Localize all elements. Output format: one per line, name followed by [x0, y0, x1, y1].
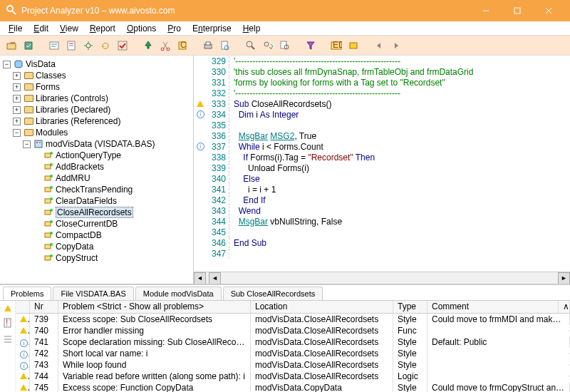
tool-cut-icon[interactable]	[158, 38, 172, 53]
tree-classes[interactable]: + Classes	[1, 70, 192, 81]
code-line[interactable]: 330 'this sub closes all frmDynaSnap, fr…	[194, 66, 570, 77]
problems-tab[interactable]: Module modVisData	[135, 287, 222, 300]
problem-row[interactable]: 740 Error handler missing modVisData.Clo…	[16, 325, 570, 336]
tool-gold-icon[interactable]	[346, 38, 361, 53]
maximize-button[interactable]	[502, 0, 533, 21]
tool-preview-icon[interactable]	[218, 38, 232, 53]
menu-edit[interactable]: Edit	[28, 22, 54, 35]
tree-expander-icon[interactable]: +	[13, 118, 21, 125]
col-scroll-up[interactable]: ∧	[559, 301, 570, 313]
code-line[interactable]: 343 Wend	[194, 205, 570, 216]
code-line[interactable]: 335	[194, 120, 570, 130]
problems-grid[interactable]: Nr Problem <Strict - Show all problems> …	[16, 301, 570, 392]
menu-pro[interactable]: Pro	[162, 22, 187, 35]
tool-tree-icon[interactable]	[141, 38, 155, 53]
tree-root[interactable]: − VisData	[1, 58, 192, 70]
problem-row[interactable]: i 741 Scope declaration missing: Sub Clo…	[16, 336, 570, 348]
tool-analyze-icon[interactable]	[21, 38, 36, 53]
tool-check-icon[interactable]	[115, 38, 130, 53]
tree-expander-icon[interactable]: +	[13, 72, 21, 80]
tree-lib-controls[interactable]: + Libraries (Controls)	[1, 93, 192, 104]
tree-expander-icon[interactable]: −	[3, 61, 11, 68]
tree-proc-CopyStruct[interactable]: CopyStruct	[1, 252, 192, 264]
tool-filter-icon[interactable]	[304, 38, 318, 53]
problems-tab[interactable]: Problems	[3, 287, 51, 300]
menu-view[interactable]: View	[54, 22, 84, 35]
tool-class-icon[interactable]: C	[175, 38, 190, 53]
tree-expander-icon[interactable]: +	[13, 83, 21, 91]
code-line[interactable]: 338 If Forms(i).Tag = "Recordset" Then	[194, 152, 570, 163]
code-line[interactable]: 345	[194, 227, 570, 237]
problem-row[interactable]: 739 Excess scope: Sub CloseAllRecordsets…	[16, 314, 570, 325]
hscroll-left2-button[interactable]: ◄	[209, 272, 221, 284]
tool-print-icon[interactable]	[201, 38, 215, 53]
sheet-icon[interactable]: !	[3, 318, 13, 330]
tree-lib-referenced[interactable]: + Libraries (Referenced)	[1, 115, 192, 127]
tree-proc-ActionQueryType[interactable]: ActionQueryType	[1, 150, 192, 161]
code-line[interactable]: 332 '-----------------------------------…	[194, 88, 570, 98]
tree-modules[interactable]: − Modules	[1, 127, 192, 138]
menu-report[interactable]: Report	[84, 22, 121, 35]
close-button[interactable]	[533, 0, 564, 21]
project-tree[interactable]: − VisData + Classes + Forms + Libraries …	[0, 56, 194, 284]
code-line[interactable]: 340 Else	[194, 173, 570, 184]
col-type[interactable]: Type	[393, 301, 428, 313]
menu-options[interactable]: Options	[121, 22, 162, 35]
code-line[interactable]: 347	[194, 248, 570, 259]
tree-proc-CloseAllRecordsets[interactable]: CloseAllRecordsets	[1, 207, 192, 218]
tool-findnext-icon[interactable]	[261, 38, 275, 53]
tree-proc-ClearDataFields[interactable]: ClearDataFields	[1, 195, 192, 207]
col-comment[interactable]: Comment	[428, 301, 559, 313]
menu-file[interactable]: File	[3, 22, 28, 35]
tree-lib-declared[interactable]: + Libraries (Declared)	[1, 104, 192, 115]
tree-forms[interactable]: + Forms	[1, 81, 192, 93]
problem-row[interactable]: i 743 While loop found modVisData.CloseA…	[16, 359, 570, 371]
tree-module-file[interactable]: − modVisData (VISDATA.BAS)	[1, 138, 192, 150]
tool-findinfile-icon[interactable]	[278, 38, 292, 53]
tool-report-icon[interactable]	[64, 38, 78, 53]
tree-expander-icon[interactable]: +	[13, 106, 21, 114]
tool-hypertext-icon[interactable]	[47, 38, 61, 53]
tree-proc-CloseCurrentDB[interactable]: CloseCurrentDB	[1, 218, 192, 229]
tool-ed-icon[interactable]: ED	[329, 38, 343, 53]
warning-filter-icon[interactable]	[4, 304, 11, 314]
problems-tab[interactable]: File VISDATA.BAS	[53, 287, 133, 300]
code-hscroll[interactable]: ◄ ◄ ►	[194, 272, 570, 284]
tree-proc-CopyData[interactable]: CopyData	[1, 241, 192, 252]
hscroll-right-button[interactable]: ►	[558, 272, 570, 284]
tool-open-icon[interactable]	[4, 38, 19, 53]
code-line[interactable]: 333 Sub CloseAllRecordsets()	[194, 98, 570, 109]
minimize-button[interactable]	[470, 0, 502, 21]
col-location[interactable]: Location	[251, 301, 393, 313]
problem-row[interactable]: i 742 Short local var name: i modVisData…	[16, 348, 570, 359]
code-line[interactable]: 331 'forms by looking for forms with a T…	[194, 77, 570, 88]
problem-row[interactable]: 745 Excess scope: Function CopyData modV…	[16, 382, 570, 392]
code-line[interactable]: 336 MsgBar MSG2, True	[194, 130, 570, 141]
col-nr[interactable]: Nr	[30, 301, 58, 313]
code-line[interactable]: 344 MsgBar vbNullString, False	[194, 216, 570, 227]
code-line[interactable]: 329 '-----------------------------------…	[194, 56, 570, 66]
tree-expander-icon[interactable]: −	[13, 129, 21, 137]
tree-proc-AddBrackets[interactable]: AddBrackets	[1, 161, 192, 172]
tree-proc-CheckTransPending[interactable]: CheckTransPending	[1, 184, 192, 195]
code-line[interactable]: i 334 Dim i As Integer	[194, 109, 570, 120]
hscroll-left-button[interactable]: ◄	[194, 272, 206, 284]
code-line[interactable]: i 337 While i < Forms.Count	[194, 141, 570, 152]
tool-refresh-icon[interactable]	[98, 38, 113, 53]
code-line[interactable]: 339 Unload Forms(i)	[194, 163, 570, 173]
tree-proc-CompactDB[interactable]: CompactDB	[1, 229, 192, 241]
tool-forward-icon[interactable]	[389, 38, 403, 53]
tool-find-icon[interactable]	[244, 38, 258, 53]
problem-row[interactable]: 744 Variable read before written (along …	[16, 371, 570, 382]
code-line[interactable]: 341 i = i + 1	[194, 184, 570, 195]
code-line[interactable]: 346 End Sub	[194, 237, 570, 248]
code-line[interactable]: 342 End If	[194, 195, 570, 205]
menu-enterprise[interactable]: Enterprise	[187, 22, 237, 35]
menu-help[interactable]: Help	[237, 22, 266, 35]
tree-expander-icon[interactable]: +	[13, 95, 21, 103]
list-icon[interactable]	[3, 334, 13, 346]
tool-settings-icon[interactable]	[81, 38, 95, 53]
tree-expander-icon[interactable]: −	[23, 140, 31, 148]
tool-back-icon[interactable]	[372, 38, 386, 53]
problems-tab[interactable]: Sub CloseAllRecordsets	[223, 287, 323, 300]
